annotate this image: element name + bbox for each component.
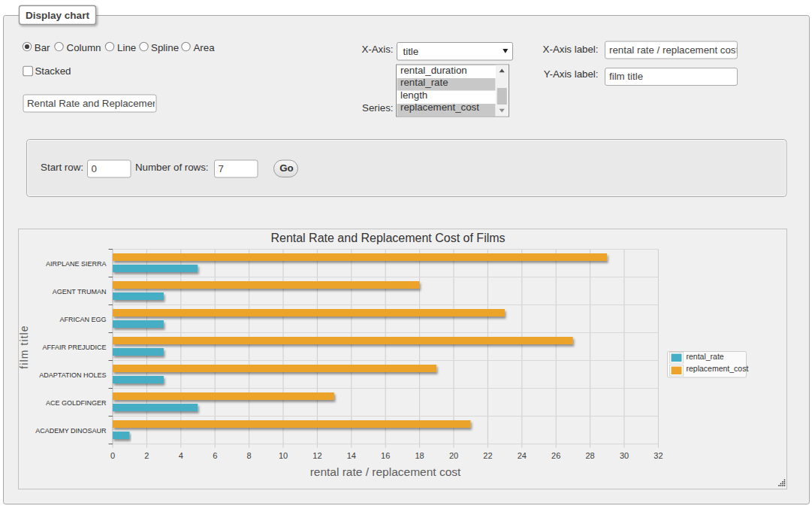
svg-text:16: 16: [381, 451, 390, 460]
svg-text:18: 18: [415, 451, 424, 460]
svg-text:film title: film title: [18, 325, 30, 368]
svg-text:24: 24: [518, 451, 527, 460]
svg-text:X-Axis:: X-Axis:: [361, 44, 393, 55]
svg-text:Y-Axis label:: Y-Axis label:: [544, 68, 599, 80]
svg-text:AFFAIR PREJUDICE: AFFAIR PREJUDICE: [42, 344, 106, 351]
svg-text:ACADEMY DINOSAUR: ACADEMY DINOSAUR: [35, 427, 107, 435]
svg-text:30: 30: [620, 451, 629, 460]
svg-text:Go: Go: [279, 162, 293, 174]
svg-text:rental rate / replacement cost: rental rate / replacement cost: [609, 44, 739, 56]
svg-text:Start row:: Start row:: [41, 162, 83, 173]
svg-text:ACE GOLDFINGER: ACE GOLDFINGER: [46, 399, 107, 407]
svg-text:6: 6: [213, 451, 217, 460]
svg-text:Bar: Bar: [35, 42, 50, 53]
svg-text:12: 12: [312, 451, 321, 460]
svg-text:AFRICAN EGG: AFRICAN EGG: [59, 316, 106, 323]
svg-text:rental rate / replacement cost: rental rate / replacement cost: [310, 465, 461, 478]
svg-text:X-Axis label:: X-Axis label:: [543, 44, 599, 55]
svg-text:AIRPLANE SIERRA: AIRPLANE SIERRA: [46, 260, 107, 268]
svg-text:replacement_cost: replacement_cost: [687, 364, 749, 373]
svg-text:rental_rate: rental_rate: [687, 352, 724, 361]
svg-text:Column: Column: [67, 42, 101, 53]
svg-text:14: 14: [347, 451, 356, 460]
svg-text:32: 32: [654, 451, 663, 460]
svg-text:2: 2: [144, 451, 149, 460]
svg-text:AGENT TRUMAN: AGENT TRUMAN: [53, 288, 107, 295]
svg-text:replacement_cost: replacement_cost: [400, 101, 479, 113]
svg-text:rental_rate: rental_rate: [400, 77, 448, 88]
svg-text:title: title: [403, 46, 419, 57]
svg-text:film title: film title: [609, 71, 643, 82]
svg-text:Rental Rate and Replacement Co: Rental Rate and Replacement Cost of Film…: [270, 232, 505, 244]
svg-text:Display chart: Display chart: [26, 10, 89, 21]
svg-text:Area: Area: [194, 42, 216, 53]
svg-text:4: 4: [179, 451, 183, 460]
svg-text:22: 22: [483, 451, 492, 460]
svg-text:Stacked: Stacked: [35, 65, 71, 77]
svg-text:0: 0: [92, 163, 97, 174]
svg-text:Series:: Series:: [362, 102, 393, 114]
svg-text:20: 20: [449, 451, 458, 460]
svg-text:26: 26: [551, 451, 560, 460]
svg-text:Number of rows:: Number of rows:: [135, 162, 209, 173]
svg-text:28: 28: [585, 451, 594, 460]
svg-text:Line: Line: [117, 42, 136, 53]
svg-text:10: 10: [279, 451, 288, 460]
svg-text:7: 7: [219, 163, 224, 174]
svg-text:ADAPTATION HOLES: ADAPTATION HOLES: [39, 371, 106, 379]
svg-text:rental_duration: rental_duration: [400, 65, 467, 76]
svg-text:8: 8: [247, 451, 252, 460]
svg-text:length: length: [400, 89, 427, 101]
svg-text:0: 0: [110, 451, 115, 460]
svg-text:Spline: Spline: [151, 42, 179, 53]
